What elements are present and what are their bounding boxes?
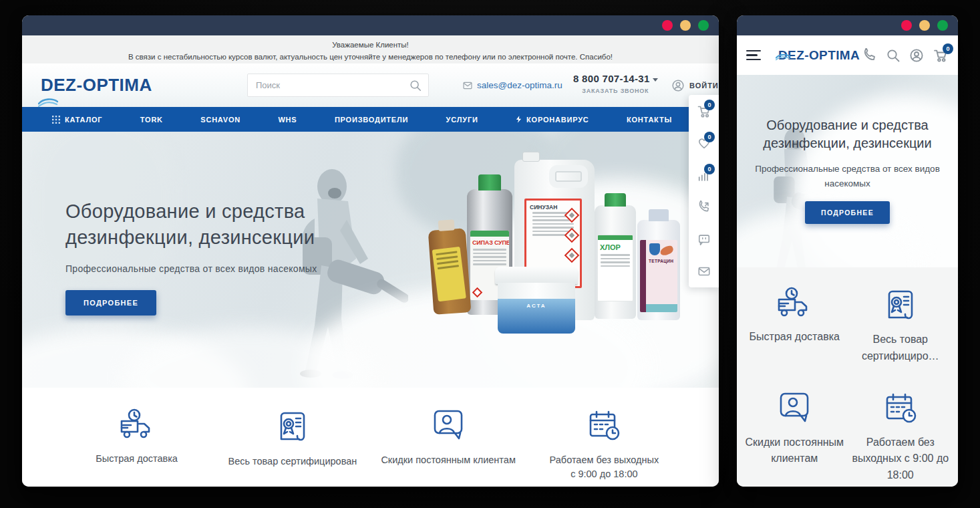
account-icon [671,79,685,92]
hazard-diamond-icon [564,248,580,263]
truck-clock-icon [116,408,158,441]
search-icon [886,48,901,63]
floating-side-panel: 0 0 0 [689,95,719,287]
mobile-account-button[interactable] [909,48,924,63]
logo-text: DEZ-OPTIMA [41,75,152,95]
feature-schedule: Работаем без выходных с 9:00 до 18:00 [850,390,952,487]
feature-delivery: Быстрая доставка [744,286,846,368]
envelope-icon [463,82,472,90]
hero-details-button[interactable]: ПОДРОБНЕЕ [65,290,156,315]
mobile-phone-button[interactable] [862,48,877,63]
phone-icon [862,48,877,63]
close-window-button[interactable] [901,20,912,31]
person-chat-icon [430,408,467,442]
lightning-icon [516,115,522,124]
person-chat-icon [776,390,813,425]
product-bottle-hlor: ХЛОР [595,205,636,319]
minimize-window-button[interactable] [919,20,930,31]
product-bottle-tetracin: ТЕТРАЦИН [637,220,680,320]
nav-item-manufacturers[interactable]: ПРОИЗВОДИТЕЛИ [335,116,408,124]
mobile-brand-logo[interactable]: DEZ-OPTIMA [778,48,860,63]
nav-label: КОНТАКТЫ [627,116,672,124]
search-box [247,74,429,97]
product-bottle-brown [428,228,472,315]
feature-label: Работаем без выходных с 9:00 до 18:00 [850,434,952,484]
certificate-icon [276,408,309,444]
hero-details-button[interactable]: ПОДРОБНЕЕ [805,201,890,224]
notice-bar: Уважаемые Клиенты! В связи с нестабильно… [22,35,719,64]
window-controls [662,20,709,31]
mobile-cart-button[interactable]: 0 [933,48,949,63]
hero-copy: Оборудование и средства дезинфекции, дез… [65,199,317,315]
email-link[interactable]: sales@dez-optima.ru [463,80,562,90]
email-panel-button[interactable] [689,255,719,287]
desktop-browser-window: Уважаемые Клиенты! В связи с нестабильно… [22,15,719,487]
nav-label: WHS [278,116,297,124]
hero-subtitle: Профессиональные средства от всех видов … [65,263,317,274]
feature-certified: Весь товар сертифицирован [214,408,370,487]
search-input[interactable] [248,80,403,90]
nav-label: SCHAVON [200,116,240,124]
nav-item-whs[interactable]: WHS [278,116,297,124]
feature-label: Скидки постоянным клиентам [744,434,846,468]
notice-line2: В связи с нестабильностью курсов валют, … [22,51,719,64]
zoom-window-button[interactable] [698,20,709,31]
main-navigation: КАТАЛОГ TORK SCHAVON WHS ПРОИЗВОДИТЕЛИ У… [22,107,719,132]
product-title: ТЕТРАЦИН [649,259,673,263]
feature-discounts: Скидки постоянным клиентам [371,408,526,487]
mobile-hero-banner: Оборудование и средства дезинфекции, дез… [737,75,958,267]
mobile-search-button[interactable] [886,48,901,63]
brand-logo[interactable]: DEZ-OPTIMA [41,75,152,96]
grid-icon [52,116,60,124]
compare-count-badge: 0 [704,164,715,174]
zoom-window-button[interactable] [937,20,948,31]
envelope-icon [697,266,711,277]
login-label: ВОЙТИ [689,82,719,90]
feature-discounts: Скидки постоянным клиентам [744,390,846,487]
product-title: ХЛОР [598,240,633,253]
feature-schedule: Работаем без выходныхс 9:00 до 18:00 [526,408,682,487]
callback-panel-button[interactable] [689,191,719,223]
window-controls [901,20,948,31]
nav-label: УСЛУГИ [446,116,478,124]
mobile-hero-copy: Оборудование и средства дезинфекции, дез… [737,116,958,224]
nav-label: КОРОНАВИРУС [526,116,589,124]
cart-panel-button[interactable]: 0 [689,95,719,127]
canister-handle [549,165,588,188]
minimize-window-button[interactable] [680,20,691,31]
phone-number: 8 800 707-14-31 [573,73,658,84]
nav-item-tork[interactable]: TORK [140,116,163,124]
close-window-button[interactable] [662,20,673,31]
wishlist-panel-button[interactable]: 0 [689,127,719,159]
notice-line1: Уважаемые Клиенты! [22,39,719,51]
hero-title: Оборудование и средства дезинфекции, дез… [65,199,317,250]
certificate-icon [884,286,917,322]
email-text: sales@dez-optima.ru [477,80,562,90]
feature-certified: Весь товар сертифициро… [850,286,952,368]
hero-subtitle: Профессиональные средства от всех видов … [748,162,947,190]
nav-item-coronavirus[interactable]: КОРОНАВИРУС [516,115,589,124]
product-title: АСТА [498,299,575,334]
feature-label: Быстрая доставка [744,329,846,346]
nav-item-catalog[interactable]: КАТАЛОГ [52,116,102,124]
login-button[interactable]: ВОЙТИ [671,79,719,92]
phone-block[interactable]: 8 800 707-14-31 ЗАКАЗАТЬ ЗВОНОК [573,73,658,94]
account-icon [909,48,924,63]
insect-image [659,245,675,257]
compare-panel-button[interactable]: 0 [689,159,719,191]
feature-label: Весь товар сертифициро… [850,332,952,365]
hamburger-menu-icon[interactable] [746,47,761,64]
chat-panel-button[interactable] [689,223,719,255]
search-button[interactable] [403,74,428,96]
nav-item-contacts[interactable]: КОНТАКТЫ [627,116,672,124]
feature-label: Работаем без выходныхс 9:00 до 18:00 [526,453,682,481]
callback-link[interactable]: ЗАКАЗАТЬ ЗВОНОК [573,88,658,94]
hero-title: Оборудование и средства дезинфекции, дез… [748,116,947,152]
nav-item-schavon[interactable]: SCHAVON [200,116,240,124]
features-row: Быстрая доставка Весь товар сертифициров… [22,388,719,487]
logo-text: DEZ-OPTIMA [778,48,860,62]
nav-item-services[interactable]: УСЛУГИ [446,116,478,124]
nav-label: КАТАЛОГ [65,116,102,124]
chevron-down-icon [653,78,658,82]
truck-clock-icon [774,286,815,320]
